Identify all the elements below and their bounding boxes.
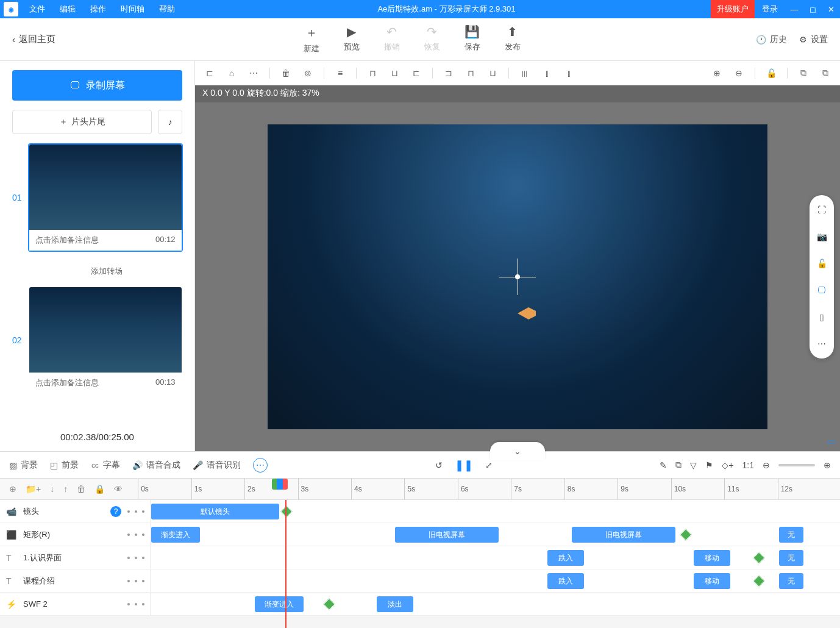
timeline-clip[interactable]: 渐变进入 — [255, 596, 304, 612]
menu-file[interactable]: 文件 — [22, 4, 52, 15]
track-name[interactable]: 课程介绍 — [23, 576, 121, 587]
align-left-icon[interactable]: ≡ — [332, 65, 349, 82]
timeline-clip[interactable]: 旧电视屏幕 — [572, 527, 675, 543]
new-button[interactable]: ＋新建 — [304, 24, 319, 54]
zoom-in-icon[interactable]: ⊕ — [708, 65, 725, 82]
visibility-icon[interactable]: 👁 — [114, 484, 123, 494]
timeline-clip[interactable]: 移动 — [694, 573, 730, 589]
clip-item[interactable]: 02 点击添加备注信息00:13 — [12, 286, 182, 394]
playhead[interactable] — [272, 479, 290, 492]
track-content[interactable]: 渐变进入旧电视屏幕旧电视屏幕无 — [151, 523, 840, 546]
clip-note[interactable]: 点击添加备注信息 — [35, 377, 99, 388]
timeline-ruler[interactable]: 0s 1s 2s 3s 4s 5s 6s 7s 8s 9s 10s 11s 12… — [138, 479, 831, 499]
preview-canvas[interactable]: ⛶ 📷 🔓 🖵 ▯ ⋯ ▭ — [195, 102, 840, 451]
timeline-clip[interactable]: 移动 — [694, 550, 730, 566]
cut-icon[interactable]: ⧉ — [675, 460, 682, 470]
paste-icon[interactable]: ⧉ — [817, 65, 834, 82]
track-content[interactable]: 渐变进入淡出 — [151, 593, 840, 615]
timeline-clip[interactable]: 渐变进入 — [151, 527, 200, 543]
align-h3-icon[interactable]: ⊏ — [408, 65, 425, 82]
timeline-clip[interactable]: 跌入 — [547, 550, 584, 566]
menu-edit[interactable]: 编辑 — [52, 4, 83, 15]
zoom-out-timeline-icon[interactable]: ⊖ — [763, 460, 770, 470]
track-name[interactable]: 1.认识界面 — [23, 552, 121, 563]
back-button[interactable]: ‹返回主页 — [0, 34, 68, 45]
playhead-line[interactable] — [285, 500, 287, 628]
track-name[interactable]: 镜头 — [23, 506, 104, 517]
zoom-in-timeline-icon[interactable]: ⊕ — [824, 460, 831, 470]
folder-plus-icon[interactable]: 📁+ — [26, 484, 41, 494]
keyframe-diamond[interactable] — [280, 505, 293, 518]
clip-note[interactable]: 点击添加备注信息 — [35, 235, 99, 246]
copy-icon[interactable]: ⧉ — [795, 65, 812, 82]
keyframe-diamond[interactable] — [753, 552, 765, 564]
camera-icon[interactable]: 📷 — [813, 228, 830, 245]
clip-item[interactable]: 01 点击添加备注信息00:12 — [12, 143, 182, 252]
fullscreen-icon[interactable]: ⛶ — [813, 201, 830, 218]
add-transition-button[interactable]: 添加转场 — [12, 261, 182, 286]
align-h2-icon[interactable]: ⊔ — [386, 65, 403, 82]
spacing-icon[interactable]: ⫿ — [560, 65, 577, 82]
collapse-button[interactable]: ⌄ — [490, 442, 545, 460]
save-button[interactable]: 💾保存 — [464, 24, 480, 54]
tab-more-button[interactable]: ⋯ — [253, 458, 268, 473]
delete-track-icon[interactable]: 🗑 — [77, 484, 85, 494]
intro-outro-button[interactable]: ＋片头片尾 — [12, 110, 152, 134]
history-button[interactable]: 🕐历史 — [756, 34, 787, 45]
keyframe-diamond[interactable] — [323, 598, 335, 610]
pause-button[interactable]: ❚❚ — [455, 459, 473, 472]
align-v2-icon[interactable]: ⊓ — [462, 65, 479, 82]
home-icon[interactable]: ⌂ — [223, 65, 240, 82]
lock-icon[interactable]: 🔓 — [763, 65, 780, 82]
undo-button[interactable]: ↶撤销 — [384, 24, 400, 54]
move-down-icon[interactable]: ↓ — [50, 484, 54, 494]
video-frame[interactable] — [268, 124, 767, 429]
align-v1-icon[interactable]: ⊐ — [440, 65, 457, 82]
timeline-clip[interactable]: 无 — [779, 573, 803, 589]
add-track-icon[interactable]: ⊕ — [9, 484, 16, 494]
align-icon[interactable]: ⊏ — [201, 65, 218, 82]
timeline-clip[interactable]: 旧电视屏幕 — [395, 527, 499, 543]
menu-help[interactable]: 帮助 — [152, 4, 182, 15]
mobile-icon[interactable]: ▯ — [813, 309, 830, 326]
track-content[interactable]: 默认镜头 — [151, 500, 840, 523]
monitor-icon[interactable]: 🖵 — [813, 282, 830, 299]
preview-button[interactable]: ▶预览 — [344, 24, 360, 54]
dist-h-icon[interactable]: ⫼ — [516, 65, 533, 82]
tab-asr[interactable]: 🎤语音识别 — [193, 460, 241, 471]
zoom-out-icon[interactable]: ⊖ — [730, 65, 747, 82]
login-button[interactable]: 登录 — [755, 4, 785, 15]
edit-icon[interactable]: ✎ — [660, 460, 667, 470]
menu-action[interactable]: 操作 — [83, 4, 113, 15]
timeline-clip[interactable]: 淡出 — [377, 596, 413, 612]
maximize-button[interactable]: ◻ — [803, 5, 822, 14]
keyframe-diamond[interactable] — [753, 575, 765, 587]
timeline-clip[interactable]: 无 — [779, 527, 803, 543]
settings-button[interactable]: ⚙设置 — [799, 34, 828, 45]
more-tools-icon[interactable]: ⋯ — [813, 335, 830, 352]
flag-icon[interactable]: ⚑ — [705, 460, 713, 470]
fit-icon[interactable]: 1:1 — [742, 460, 754, 470]
track-name[interactable]: 矩形(R) — [23, 529, 121, 540]
track-content[interactable]: 跌入移动无 — [151, 546, 840, 569]
publish-button[interactable]: ⬆发布 — [505, 24, 521, 54]
record-screen-button[interactable]: 🖵录制屏幕 — [12, 70, 182, 101]
menu-timeline[interactable]: 时间轴 — [113, 4, 152, 15]
upgrade-button[interactable]: 升级账户 — [711, 0, 755, 18]
resize-handle-icon[interactable]: ▭ — [827, 437, 835, 446]
lock-track-icon[interactable]: 🔒 — [94, 484, 105, 494]
move-up-icon[interactable]: ↑ — [63, 484, 68, 494]
clip-thumbnail[interactable] — [29, 145, 182, 230]
tab-subtitle[interactable]: ㏄字幕 — [91, 460, 120, 471]
rewind-button[interactable]: ↺ — [435, 459, 443, 472]
close-button[interactable]: ✕ — [822, 5, 840, 14]
keyframe-diamond[interactable] — [680, 529, 692, 541]
tab-background[interactable]: ▨背景 — [9, 460, 38, 471]
target-icon[interactable]: ⊚ — [299, 65, 316, 82]
tab-foreground[interactable]: ◰前景 — [50, 460, 79, 471]
align-h1-icon[interactable]: ⊓ — [364, 65, 381, 82]
keyframe-add-icon[interactable]: ◇+ — [722, 460, 733, 470]
track-content[interactable]: 跌入移动无 — [151, 569, 840, 592]
redo-button[interactable]: ↷恢复 — [424, 24, 440, 54]
zoom-slider[interactable] — [778, 464, 815, 466]
